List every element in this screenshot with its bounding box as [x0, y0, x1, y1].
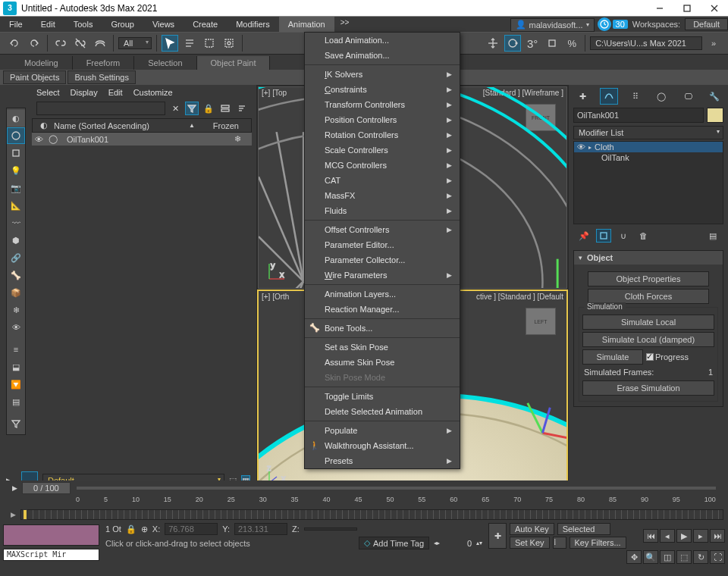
fov-button[interactable]: ◫ — [660, 550, 675, 564]
next-frame-button[interactable]: ▸ — [693, 529, 708, 543]
modifier-list-dropdown[interactable]: Modifier List — [573, 126, 723, 139]
ribbon-tab-objectpaint[interactable]: Object Paint — [197, 56, 271, 70]
simulate-local-damped-button[interactable]: Simulate Local (damped) — [582, 332, 714, 347]
sel-set-icon[interactable]: ⊕ — [141, 524, 148, 534]
simulate-button[interactable]: Simulate — [582, 349, 643, 365]
modify-panel-button[interactable] — [600, 88, 618, 105]
track-expand-icon[interactable]: ▶ — [11, 511, 16, 518]
autokey-button[interactable]: Auto Key — [510, 523, 554, 535]
view-sort-icon[interactable] — [235, 102, 249, 115]
menu-item-massfx[interactable]: MassFX▶ — [305, 188, 460, 203]
redo-button[interactable] — [26, 35, 42, 52]
progress-checkbox[interactable]: Progress — [646, 352, 689, 362]
key-filters-button[interactable]: Key Filters... — [570, 537, 626, 549]
filter-bone-icon[interactable]: 🦴 — [7, 267, 25, 283]
move-button[interactable] — [485, 35, 501, 52]
menu-item-assume-skin-pose[interactable]: Assume Skin Pose — [305, 355, 460, 370]
y-field[interactable]: 213.131 — [234, 523, 287, 535]
undo-button[interactable] — [6, 35, 23, 52]
timeline-expand-icon[interactable]: ▶ — [12, 484, 17, 492]
configure-sets-icon[interactable]: ▤ — [705, 229, 720, 243]
view-options-icon[interactable] — [218, 102, 232, 115]
display-panel-button[interactable]: 🖵 — [679, 88, 697, 105]
lock-icon[interactable]: 🔒 — [202, 102, 215, 115]
prev-frame-button[interactable]: ◂ — [660, 529, 675, 543]
menu-item-position-controllers[interactable]: Position Controllers▶ — [305, 112, 460, 127]
menu-create[interactable]: Create — [184, 17, 227, 32]
object-name-field[interactable] — [573, 108, 704, 123]
object-properties-button[interactable]: Object Properties — [588, 271, 709, 286]
maxscript-listener[interactable]: MAXScript Mir — [3, 549, 99, 561]
filter-funnel-icon[interactable] — [7, 415, 25, 432]
menu-file[interactable]: File — [0, 17, 32, 32]
filter-toggle[interactable] — [185, 102, 199, 115]
link-button[interactable] — [52, 35, 69, 52]
filter-cameras-icon[interactable]: 📷 — [7, 180, 25, 196]
stack-item-oiltank[interactable]: OilTank — [574, 152, 723, 163]
menu-item-parameter-editor[interactable]: Parameter Editor... — [305, 237, 460, 252]
menu-animation[interactable]: Animation — [279, 17, 334, 32]
menu-item-cat[interactable]: CAT▶ — [305, 173, 460, 188]
scene-bar-customize[interactable]: Customize — [133, 88, 173, 97]
show-result-icon[interactable] — [596, 229, 611, 243]
modifier-stack[interactable]: 👁 ▸ Cloth OilTank — [573, 141, 723, 224]
filter-groups-icon[interactable]: ⬢ — [7, 232, 25, 249]
frozen-column-header[interactable]: Frozen — [198, 121, 243, 130]
maximize-viewport-button[interactable]: ⛶ — [710, 550, 725, 564]
x-field[interactable]: 76.768 — [165, 523, 218, 535]
key-filter-dropdown[interactable]: Selected — [557, 523, 610, 535]
menu-item-populate[interactable]: Populate▶ — [305, 423, 460, 438]
menu-group[interactable]: Group — [102, 17, 143, 32]
subribbon-brush-settings[interactable]: Brush Settings — [67, 70, 136, 84]
current-frame-field[interactable]: 0 — [444, 539, 472, 548]
zoom-extents-button[interactable]: ⬚ — [676, 550, 692, 564]
filter-hidden-icon[interactable]: 👁 — [7, 319, 25, 336]
frame-counter[interactable]: 0 / 100 — [22, 482, 71, 494]
keyframe-track[interactable] — [20, 509, 723, 520]
percent-snap-button[interactable]: % — [563, 35, 580, 52]
filter-xref-icon[interactable]: 🔗 — [7, 249, 25, 266]
filter-extra1-icon[interactable]: ≡ — [7, 341, 25, 358]
toolbar-overflow-button[interactable]: » — [705, 35, 722, 52]
utilities-panel-button[interactable]: 🔧 — [705, 88, 723, 105]
menu-item-transform-controllers[interactable]: Transform Controllers▶ — [305, 97, 460, 112]
menu-overflow[interactable]: >> — [334, 17, 356, 32]
filter-geometry-icon[interactable] — [7, 127, 25, 144]
object-color-swatch[interactable] — [707, 108, 723, 123]
visibility-toggle[interactable]: 👁 — [35, 135, 46, 144]
goto-end-button[interactable]: ⏭ — [710, 529, 725, 543]
time-slider-track[interactable] — [77, 487, 716, 490]
filter-shapes-icon[interactable] — [7, 145, 25, 161]
stack-eye-icon[interactable]: 👁 — [577, 142, 585, 152]
reference-thumbnail[interactable] — [3, 524, 99, 546]
menu-item-toggle-limits[interactable]: Toggle Limits — [305, 389, 460, 404]
time-scrubber[interactable] — [23, 509, 27, 520]
rectangular-region-button[interactable] — [201, 35, 218, 52]
menu-item-presets[interactable]: Presets▶ — [305, 453, 460, 468]
add-time-tag-button[interactable]: ◇Add Time Tag — [359, 537, 429, 549]
filter-all-icon[interactable]: ◐ — [7, 110, 25, 127]
bind-button[interactable] — [92, 35, 108, 52]
filter-container-icon[interactable]: 📦 — [7, 284, 25, 301]
selection-filter-dropdown[interactable]: All — [118, 37, 152, 49]
pan-view-button[interactable]: ✥ — [626, 550, 642, 564]
menu-item-parameter-collector[interactable]: Parameter Collector... — [305, 252, 460, 268]
render-toggle[interactable]: ◯ — [49, 134, 59, 144]
menu-item-ik-solvers[interactable]: IK Solvers▶ — [305, 67, 460, 82]
motion-panel-button[interactable]: ◯ — [652, 88, 670, 105]
remove-modifier-icon[interactable]: 🗑 — [635, 229, 651, 243]
subribbon-paint-objects[interactable]: Paint Objects — [3, 70, 66, 84]
table-row[interactable]: 👁 ◯ OilTank001 ❄ — [32, 133, 252, 146]
select-name-button[interactable] — [181, 35, 198, 52]
menu-item-reaction-manager[interactable]: Reaction Manager... — [305, 302, 460, 317]
menu-item-load-animation[interactable]: Load Animation... — [305, 33, 460, 48]
scene-bar-select[interactable]: Select — [36, 88, 60, 97]
angle-snap-button[interactable]: 3° — [524, 35, 541, 52]
filter-extra3-icon[interactable]: 🔽 — [7, 376, 25, 393]
trial-days[interactable]: 30 — [598, 17, 628, 31]
minimize-button[interactable] — [646, 0, 673, 17]
rotate-button[interactable] — [504, 35, 521, 52]
menu-item-offset-controllers[interactable]: Offset Controllers▶ — [305, 222, 460, 237]
stack-item-cloth[interactable]: 👁 ▸ Cloth — [574, 142, 723, 152]
menu-views[interactable]: Views — [143, 17, 184, 32]
